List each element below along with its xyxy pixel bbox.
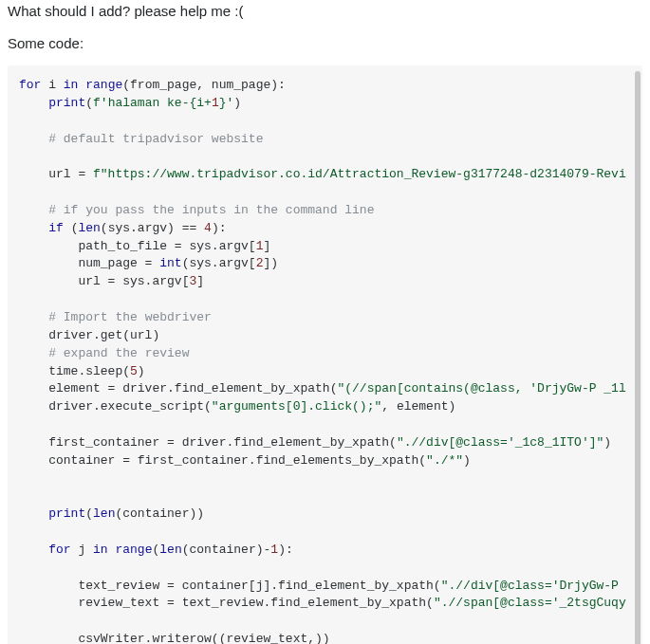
code-text: ] [263,239,270,253]
comment: # Import the webdriver [48,310,212,324]
builtin-int: int [159,256,181,270]
code-text [19,506,48,521]
builtin-range: range [115,543,152,557]
blank-line [19,149,27,163]
code-text [19,96,48,110]
blank-line [19,185,27,199]
code-text: ) [604,435,611,450]
code-text: (container)) [115,506,204,521]
number: 1 [212,96,219,110]
code-text: num_page = [19,256,159,270]
code-text: ) [138,364,145,378]
code-block[interactable]: for i in range(from_page, num_page): pri… [8,65,642,644]
code-text: ( [85,96,93,110]
code-text [19,346,48,360]
code-text: url = [19,167,93,181]
code-text: j [71,543,93,557]
blank-line [19,614,27,628]
blank-line [19,114,27,128]
keyword-for: for [48,543,70,557]
builtin-range: range [85,78,122,92]
code-text: driver.execute_script( [19,399,212,414]
blank-line [19,488,27,503]
string-url: f"https://www.tripadvisor.co.id/Attracti… [93,167,626,181]
code-text: (sys.argv) == [101,221,204,235]
code-text: ] [196,274,204,288]
number: 4 [204,221,212,235]
code-text: ): [278,543,293,557]
blank-line [19,417,27,432]
builtin-print: print [48,96,85,110]
code-text: i [41,78,63,92]
string: }' [219,96,234,110]
code-text: ) [463,453,471,468]
keyword-in: in [93,543,108,557]
number: 5 [130,364,138,378]
comment: # expand the review [48,346,189,360]
code-text: ( [64,221,79,235]
builtin-print: print [48,506,85,521]
builtin-len: len [159,543,181,557]
code-text [19,203,48,217]
blank-line [19,471,27,486]
builtin-len: len [93,506,115,521]
keyword-if: if [48,221,64,235]
code-text: driver.get(url) [19,328,159,342]
code-text: element = driver.find_element_by_xpath( [19,381,337,396]
builtin-len: len [78,221,100,235]
comment: # default tripadvisor website [48,132,263,146]
code-text [19,132,48,146]
code-container: for i in range(from_page, num_page): pri… [8,65,642,644]
string: f'halaman ke-{i+ [93,96,212,110]
blank-line [19,524,27,539]
code-text: container = first_container.find_element… [19,453,426,468]
code-text: , element) [381,399,455,414]
string-xpath: ".//div[@class='_1c8_1ITO']" [397,435,604,450]
question-body: What should I add? please help me :( Som… [0,0,650,52]
code-text [19,543,48,557]
code-text: (from_page, num_page): [122,78,286,92]
code-text: url = sys.argv[ [19,274,189,288]
code-text: review_text = text_review.find_element_b… [19,596,434,610]
code-text: ( [85,506,93,521]
code-text: ): [212,221,227,235]
string-xpath: "./*" [426,453,463,468]
string-xpath: ".//div[@class='DrjyGw-P [441,579,626,593]
code-text [19,310,48,324]
code-text: ) [233,96,241,110]
code-text [19,221,48,235]
blank-line [19,292,27,306]
string: "arguments[0].click();" [212,399,381,414]
code-text: ]) [263,256,278,270]
comment: # if you pass the inputs in the command … [48,203,374,217]
number: 1 [270,543,278,557]
code-text: (sys.argv[ [182,256,256,270]
vertical-scrollbar[interactable] [635,71,641,644]
string-xpath: ".//span[@class='_2tsgCuqy [434,596,626,610]
string-xpath: "(//span[contains(@class, 'DrjyGw-P _1l [337,381,625,396]
code-text: time.sleep( [19,364,130,378]
code-text: csvWriter.writerow((review_text,)) [19,632,330,644]
keyword-in: in [64,78,79,92]
question-text-line-1: What should I add? please help me :( [8,2,642,21]
code-text: (container)- [182,543,271,557]
code-text: path_to_file = sys.argv[ [19,239,256,253]
keyword-for: for [19,78,41,92]
question-text-line-2: Some code: [8,34,642,53]
code-text: first_container = driver.find_element_by… [19,435,397,450]
blank-line [19,561,27,575]
code-text: text_review = container[j].find_element_… [19,579,441,593]
